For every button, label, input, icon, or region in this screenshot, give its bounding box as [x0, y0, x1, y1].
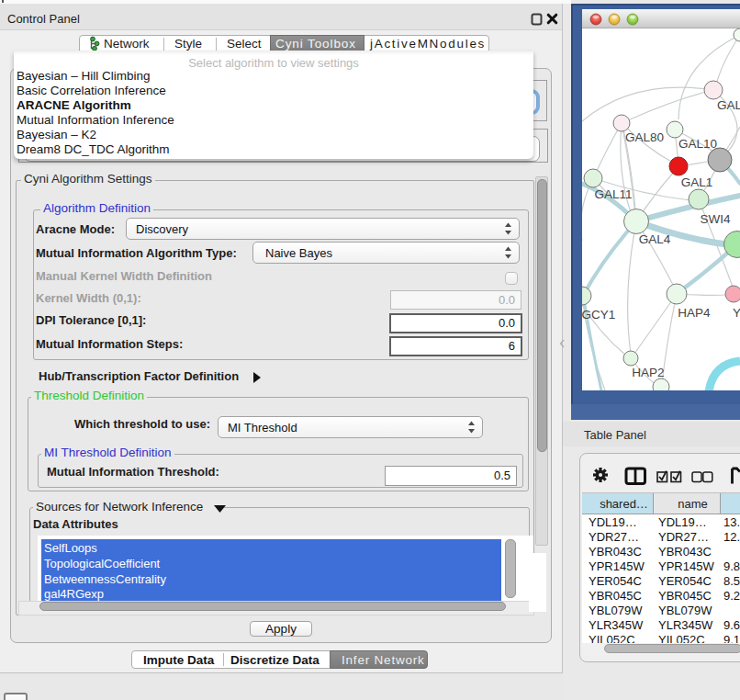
- svg-text:GAL80: GAL80: [625, 130, 664, 144]
- svg-text:SWI4: SWI4: [700, 212, 730, 226]
- svg-text:HAP2: HAP2: [632, 366, 664, 379]
- svg-text:Y: Y: [733, 306, 740, 320]
- svg-text:GAL10: GAL10: [678, 137, 717, 151]
- svg-text:GAL1: GAL1: [681, 175, 713, 189]
- svg-text:GCY1: GCY1: [582, 308, 616, 322]
- svg-text:GAL2: GAL2: [717, 98, 740, 112]
- svg-text:HAP4: HAP4: [678, 306, 711, 320]
- svg-text:GAL11: GAL11: [594, 187, 632, 201]
- svg-text:GAL4: GAL4: [639, 232, 671, 246]
